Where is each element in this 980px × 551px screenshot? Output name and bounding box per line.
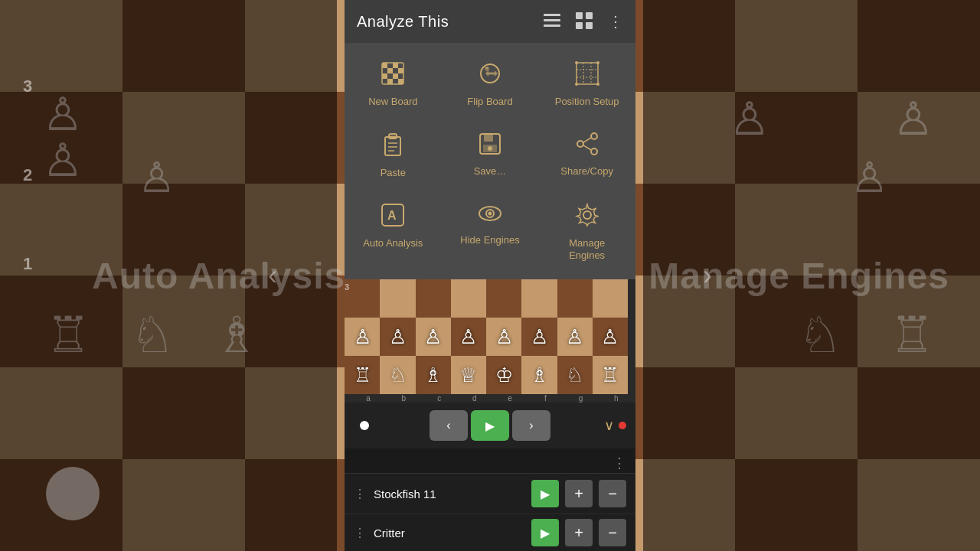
flip-board-icon [478, 61, 502, 90]
paste-icon [382, 132, 403, 161]
bg-circle [46, 467, 100, 520]
board-cell[interactable]: ♗ [521, 356, 557, 394]
svg-point-46 [488, 212, 492, 216]
hide-engines-icon [478, 203, 502, 228]
menu-item-position-setup[interactable]: Position Setup [549, 52, 626, 117]
board-cell[interactable]: ♕ [451, 356, 486, 394]
rank-3-label: 3 [345, 282, 349, 292]
header-icons: ⋮ [544, 12, 623, 31]
play-button[interactable]: ▶ [471, 410, 509, 441]
board-cell[interactable]: ♙ [380, 318, 415, 356]
menu-item-auto-analysis[interactable]: A Auto Analysis [354, 194, 431, 270]
board-cell[interactable]: ♗ [416, 356, 451, 394]
new-board-icon [381, 61, 405, 90]
file-label: e [492, 394, 528, 403]
board-cell[interactable]: ♙ [593, 318, 628, 356]
file-label: a [351, 394, 386, 403]
rank-1-cells: ♖♘♗♕♔♗♘♖ [345, 356, 635, 394]
board-cell[interactable]: ♙ [416, 318, 451, 356]
menu-item-hide-engines[interactable]: Hide Engines [452, 194, 528, 270]
rank-1-row: 1 ♖♘♗♕♔♗♘♖ [345, 356, 635, 394]
share-icon [576, 132, 599, 159]
file-label: c [422, 394, 457, 403]
board-cell[interactable] [416, 279, 451, 318]
position-dot [360, 421, 369, 430]
engine-1-plus[interactable]: + [565, 480, 593, 507]
engine-2-name: Critter [374, 527, 525, 540]
bg-rook-right: ♖ [890, 306, 934, 364]
engine-1-play[interactable]: ▶ [531, 480, 559, 507]
svg-rect-11 [398, 68, 403, 73]
move-list-menu[interactable]: ⋮ [612, 455, 626, 471]
board-cell[interactable]: ♔ [486, 356, 521, 394]
move-list: ⋮ [345, 448, 635, 473]
menu-row-2: Paste Save… [345, 120, 635, 191]
board-cell[interactable] [593, 279, 628, 318]
svg-text:A: A [387, 209, 397, 222]
engine-1-row: ⋮ Stockfish 11 ▶ + − [345, 474, 635, 514]
svg-point-23 [575, 61, 578, 64]
engine-2-handle[interactable]: ⋮ [354, 526, 368, 540]
nav-arrow-left[interactable]: ‹ [268, 259, 277, 292]
svg-rect-2 [544, 24, 560, 27]
board-cell[interactable]: ♙ [521, 318, 557, 356]
engine-2-minus[interactable]: − [599, 519, 626, 546]
svg-rect-14 [387, 79, 393, 84]
more-icon[interactable]: ⋮ [608, 14, 623, 29]
board-cell[interactable] [451, 279, 486, 318]
board-cell[interactable]: ♙ [345, 318, 380, 356]
bg-pieces-right2: ♙ [851, 153, 888, 202]
chevron-down-icon[interactable]: ∨ [604, 417, 614, 434]
board-cell[interactable] [486, 279, 521, 318]
svg-rect-3 [576, 12, 583, 19]
manage-engines-label: Manage Engines [555, 237, 619, 261]
engine-section: ⋮ Stockfish 11 ▶ + − ⋮ Critter ▶ + − [345, 473, 635, 551]
menu-item-share-copy[interactable]: Share/Copy [549, 123, 626, 188]
svg-point-38 [577, 141, 583, 147]
board-cell[interactable]: ♖ [593, 356, 628, 394]
bg-pieces-left: ♙ ♙ [42, 92, 83, 184]
file-label: d [457, 394, 492, 403]
engine-1-minus[interactable]: − [599, 480, 626, 507]
rank-2-cells: ♙♙♙♙♙♙♙♙ [345, 318, 635, 356]
row-numbers: 3 2 1 [23, 77, 32, 274]
bg-knight-left: ♘ [130, 306, 175, 364]
board-cell[interactable] [345, 279, 380, 318]
prev-button[interactable]: ‹ [430, 410, 468, 441]
file-label: b [386, 394, 421, 403]
board-cell[interactable]: ♙ [557, 318, 593, 356]
dropdown-menu: New Board Flip Board [345, 43, 635, 279]
svg-point-26 [596, 83, 599, 86]
board-cell[interactable]: ♙ [451, 318, 486, 356]
board-cell[interactable] [380, 279, 415, 318]
flip-board-label: Flip Board [467, 96, 512, 108]
board-cell[interactable]: ♙ [486, 318, 521, 356]
grid-icon[interactable] [576, 12, 593, 31]
next-button[interactable]: › [512, 410, 550, 441]
engine-2-plus[interactable]: + [565, 519, 593, 546]
menu-item-flip-board[interactable]: Flip Board [452, 52, 528, 117]
menu-item-paste[interactable]: Paste [354, 123, 431, 188]
share-copy-label: Share/Copy [560, 165, 613, 178]
board-cell[interactable]: ♘ [380, 356, 415, 394]
board-cell[interactable]: ♖ [345, 356, 380, 394]
menu-item-manage-engines[interactable]: Manage Engines [549, 194, 626, 270]
svg-rect-12 [382, 73, 387, 79]
rank-3-cells [345, 279, 635, 318]
menu-item-save[interactable]: Save… [452, 123, 528, 188]
nav-arrow-right[interactable]: › [703, 259, 712, 292]
engine-2-play[interactable]: ▶ [531, 519, 559, 546]
board-cell[interactable]: ♘ [557, 356, 593, 394]
save-label: Save… [474, 165, 507, 178]
position-setup-icon [575, 61, 599, 90]
list-icon[interactable] [544, 14, 560, 30]
menu-item-new-board[interactable]: New Board [354, 52, 431, 117]
svg-rect-13 [393, 73, 398, 79]
auto-analysis-icon: A [381, 203, 405, 231]
engine-1-handle[interactable]: ⋮ [354, 487, 368, 501]
board-cell[interactable] [521, 279, 557, 318]
paste-label: Paste [381, 167, 406, 179]
svg-rect-0 [544, 14, 560, 16]
board-cell[interactable] [557, 279, 593, 318]
position-setup-label: Position Setup [555, 96, 619, 108]
